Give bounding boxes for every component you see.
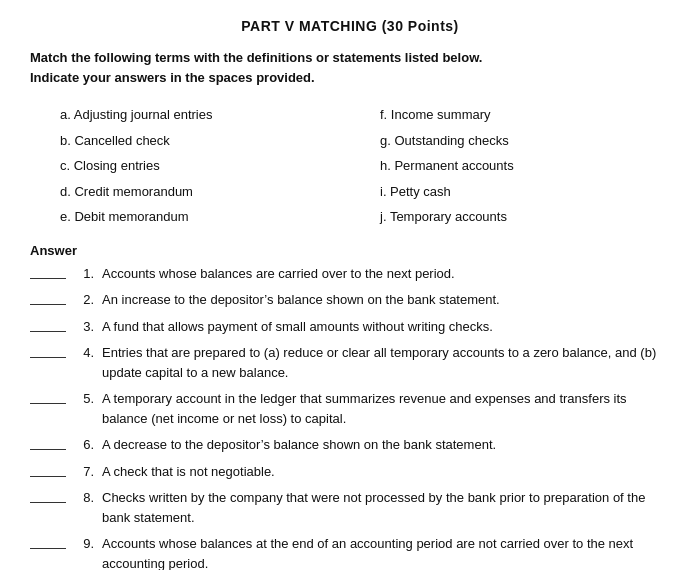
answer-row: 2.An increase to the depositor’s balance… (30, 290, 670, 310)
instructions: Match the following terms with the defin… (30, 48, 670, 87)
answer-blank-6[interactable] (30, 436, 66, 450)
answer-row: 3.A fund that allows payment of small am… (30, 317, 670, 337)
answer-blank-7[interactable] (30, 463, 66, 477)
answer-row: 6.A decrease to the depositor’s balance … (30, 435, 670, 455)
answer-num-9: 9. (72, 534, 94, 554)
answer-num-3: 3. (72, 317, 94, 337)
term-item: b. Cancelled check (60, 129, 350, 153)
answer-num-5: 5. (72, 389, 94, 409)
answer-blank-4[interactable] (30, 344, 66, 358)
answer-text-3: A fund that allows payment of small amou… (102, 317, 670, 337)
answer-row: 9.Accounts whose balances at the end of … (30, 534, 670, 570)
answer-text-1: Accounts whose balances are carried over… (102, 264, 670, 284)
answer-blank-2[interactable] (30, 291, 66, 305)
answer-section: Answer 1.Accounts whose balances are car… (30, 243, 670, 571)
answer-num-8: 8. (72, 488, 94, 508)
answer-text-2: An increase to the depositor’s balance s… (102, 290, 670, 310)
answer-label: Answer (30, 243, 670, 258)
answer-row: 1.Accounts whose balances are carried ov… (30, 264, 670, 284)
answer-blank-8[interactable] (30, 489, 66, 503)
answer-text-8: Checks written by the company that were … (102, 488, 670, 527)
answer-text-6: A decrease to the depositor’s balance sh… (102, 435, 670, 455)
answer-text-4: Entries that are prepared to (a) reduce … (102, 343, 670, 382)
answer-num-2: 2. (72, 290, 94, 310)
page-title: PART V MATCHING (30 Points) (30, 18, 670, 34)
term-item: g. Outstanding checks (380, 129, 670, 153)
answer-row: 7.A check that is not negotiable. (30, 462, 670, 482)
answer-num-1: 1. (72, 264, 94, 284)
answer-text-5: A temporary account in the ledger that s… (102, 389, 670, 428)
answer-text-9: Accounts whose balances at the end of an… (102, 534, 670, 570)
answer-num-4: 4. (72, 343, 94, 363)
term-item: d. Credit memorandum (60, 180, 350, 204)
answer-num-7: 7. (72, 462, 94, 482)
answer-row: 8.Checks written by the company that wer… (30, 488, 670, 527)
term-item: c. Closing entries (60, 154, 350, 178)
answer-blank-5[interactable] (30, 390, 66, 404)
term-item: i. Petty cash (380, 180, 670, 204)
answer-blank-1[interactable] (30, 265, 66, 279)
answer-num-6: 6. (72, 435, 94, 455)
answer-blank-3[interactable] (30, 318, 66, 332)
terms-grid: a. Adjusting journal entriesf. Income su… (30, 103, 670, 229)
term-item: a. Adjusting journal entries (60, 103, 350, 127)
term-item: f. Income summary (380, 103, 670, 127)
term-item: h. Permanent accounts (380, 154, 670, 178)
answer-row: 5.A temporary account in the ledger that… (30, 389, 670, 428)
term-item: e. Debit memorandum (60, 205, 350, 229)
term-item: j. Temporary accounts (380, 205, 670, 229)
answer-blank-9[interactable] (30, 535, 66, 549)
answer-text-7: A check that is not negotiable. (102, 462, 670, 482)
answer-row: 4.Entries that are prepared to (a) reduc… (30, 343, 670, 382)
